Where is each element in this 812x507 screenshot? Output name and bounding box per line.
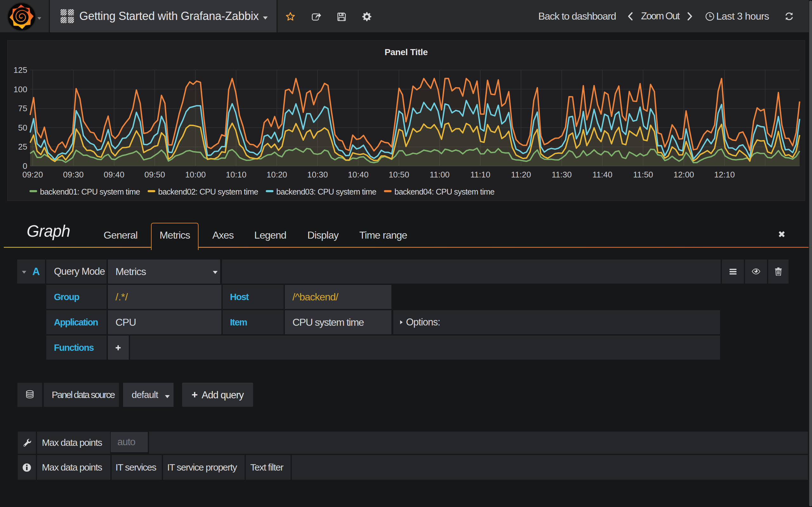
svg-text:50: 50 <box>18 123 27 132</box>
svg-text:09:40: 09:40 <box>104 170 124 179</box>
svg-text:11:20: 11:20 <box>511 170 531 179</box>
svg-text:12:10: 12:10 <box>714 170 735 179</box>
svg-text:25: 25 <box>18 142 27 152</box>
svg-text:11:10: 11:10 <box>470 170 490 179</box>
svg-text:09:20: 09:20 <box>22 170 43 179</box>
svg-text:10:30: 10:30 <box>307 170 328 179</box>
svg-text:100: 100 <box>14 84 27 94</box>
svg-text:11:00: 11:00 <box>429 170 450 179</box>
svg-text:10:40: 10:40 <box>348 170 368 179</box>
svg-text:backend03: CPU system time: backend03: CPU system time <box>276 187 376 196</box>
svg-text:backend02: CPU system time: backend02: CPU system time <box>158 187 258 196</box>
svg-text:10:20: 10:20 <box>266 170 287 179</box>
svg-text:10:10: 10:10 <box>226 170 247 179</box>
svg-text:125: 125 <box>14 65 27 75</box>
svg-text:11:30: 11:30 <box>552 170 571 179</box>
svg-text:12:00: 12:00 <box>673 170 694 179</box>
svg-text:11:40: 11:40 <box>593 170 612 179</box>
svg-text:09:50: 09:50 <box>144 170 165 179</box>
svg-text:10:00: 10:00 <box>185 170 206 179</box>
svg-text:09:30: 09:30 <box>63 170 84 179</box>
svg-text:backend04: CPU system time: backend04: CPU system time <box>395 187 495 196</box>
svg-text:backend01: CPU system time: backend01: CPU system time <box>40 187 140 196</box>
svg-text:10:50: 10:50 <box>389 170 409 179</box>
svg-text:75: 75 <box>18 104 27 113</box>
svg-text:11:50: 11:50 <box>633 170 653 179</box>
svg-text:0: 0 <box>23 161 27 171</box>
